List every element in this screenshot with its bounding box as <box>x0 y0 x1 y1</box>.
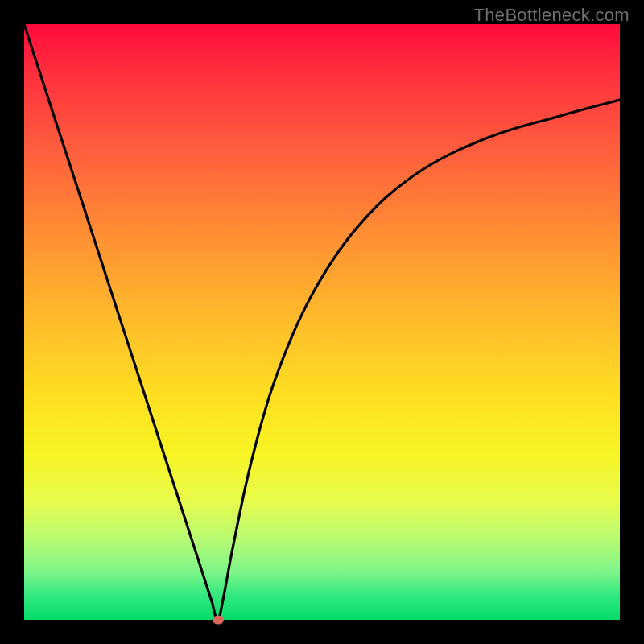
bottleneck-curve <box>24 24 620 620</box>
watermark-text: TheBottleneck.com <box>474 5 630 26</box>
optimum-marker <box>213 616 224 625</box>
curve-path <box>24 24 620 620</box>
chart-frame: TheBottleneck.com <box>0 0 644 644</box>
plot-area <box>24 24 620 620</box>
